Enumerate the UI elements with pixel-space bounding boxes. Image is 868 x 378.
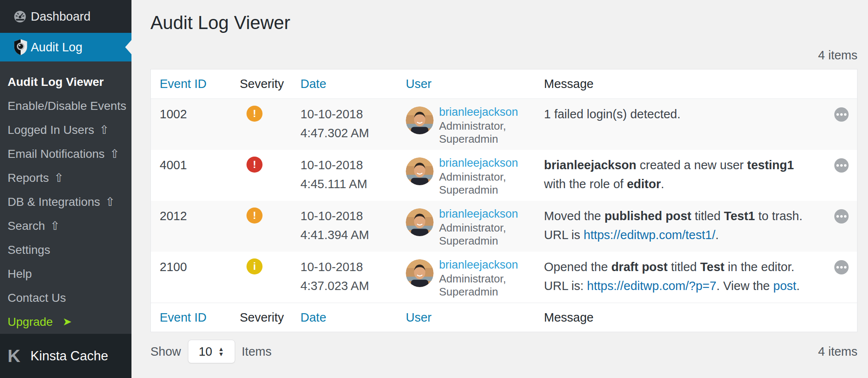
sidebar-item-search[interactable]: Search ⇧ bbox=[0, 214, 131, 238]
audit-log-submenu: Audit Log Viewer Enable/Disable Events L… bbox=[0, 61, 131, 334]
sidebar-item-audit-log-viewer[interactable]: Audit Log Viewer bbox=[0, 70, 131, 94]
user-cell: brianleejackson Administrator, Superadmi… bbox=[406, 104, 544, 146]
event-id-cell: 4001 bbox=[151, 155, 240, 172]
sidebar-item-db-integrations[interactable]: DB & Integrations ⇧ bbox=[0, 190, 131, 214]
column-header-date[interactable]: Date bbox=[300, 77, 406, 91]
severity-cell: ! bbox=[240, 104, 300, 122]
column-header-severity: Severity bbox=[240, 77, 300, 91]
table-row: 2012 ! 10-10-2018 4:41.394 AM brianleeja… bbox=[151, 201, 857, 252]
column-footer-date[interactable]: Date bbox=[300, 311, 406, 325]
user-avatar bbox=[406, 259, 434, 287]
page-size-select[interactable]: 10 ▲▼ bbox=[188, 340, 235, 363]
sidebar-item-settings[interactable]: Settings bbox=[0, 238, 131, 262]
spinner-arrows-icon[interactable]: ▲▼ bbox=[218, 346, 224, 357]
severity-info-icon: i bbox=[246, 258, 263, 274]
sidebar-item-kinsta-cache[interactable]: K Kinsta Cache bbox=[0, 334, 131, 378]
column-footer-message: Message bbox=[544, 311, 820, 325]
sidebar-item-upgrade[interactable]: Upgrade ➤ bbox=[0, 310, 131, 334]
date-cell: 10-10-2018 4:37.023 AM bbox=[300, 257, 406, 295]
pagination-bar: Show 10 ▲▼ Items 4 items bbox=[150, 340, 857, 363]
kinsta-cache-label: Kinsta Cache bbox=[30, 349, 108, 364]
premium-upgrade-icon: ⇧ bbox=[105, 195, 115, 209]
sidebar-item-label: Dashboard bbox=[31, 10, 91, 24]
row-actions-ellipsis-icon[interactable] bbox=[834, 158, 849, 173]
severity-warning-icon: ! bbox=[246, 208, 263, 224]
post-url-link[interactable]: https://editwp.com/?p=7 bbox=[587, 279, 716, 293]
row-actions-ellipsis-icon[interactable] bbox=[834, 107, 849, 122]
column-header-message: Message bbox=[544, 77, 820, 91]
user-avatar bbox=[406, 157, 434, 185]
sidebar-item-contact-us[interactable]: Contact Us bbox=[0, 286, 131, 310]
sidebar-item-reports[interactable]: Reports ⇧ bbox=[0, 166, 131, 190]
event-id-cell: 1002 bbox=[151, 104, 240, 121]
sidebar-item-enable-disable-events[interactable]: Enable/Disable Events bbox=[0, 94, 131, 118]
view-post-link[interactable]: post bbox=[773, 279, 796, 293]
post-url-link[interactable]: https://editwp.com/test1/ bbox=[584, 228, 715, 242]
main-content: Audit Log Viewer 4 items Event ID Severi… bbox=[131, 0, 868, 378]
table-row: 1002 ! 10-10-2018 4:47.302 AM brianleeja… bbox=[151, 99, 857, 150]
user-roles: Administrator, Superadmin bbox=[439, 221, 525, 248]
date-cell: 10-10-2018 4:41.394 AM bbox=[300, 206, 406, 245]
event-id-cell: 2012 bbox=[151, 206, 240, 223]
date-cell: 10-10-2018 4:45.111 AM bbox=[300, 155, 406, 194]
page-title: Audit Log Viewer bbox=[150, 12, 857, 34]
message-cell: 1 failed login(s) detected. bbox=[544, 104, 820, 124]
sidebar-item-email-notifications[interactable]: Email Notifications ⇧ bbox=[0, 142, 131, 166]
severity-critical-icon: ! bbox=[246, 157, 263, 173]
user-avatar bbox=[406, 208, 434, 236]
admin-sidebar: Dashboard Audit Log Audit Log Viewer Ena… bbox=[0, 0, 131, 378]
column-footer-user[interactable]: User bbox=[406, 311, 544, 325]
severity-cell: ! bbox=[240, 155, 300, 173]
sidebar-item-logged-in-users[interactable]: Logged In Users ⇧ bbox=[0, 118, 131, 142]
row-actions-ellipsis-icon[interactable] bbox=[834, 209, 849, 224]
page-size-value: 10 bbox=[198, 345, 212, 359]
column-footer-event-id[interactable]: Event ID bbox=[151, 311, 240, 325]
kinsta-logo-icon: K bbox=[8, 347, 20, 365]
event-id-cell: 2100 bbox=[151, 257, 240, 274]
upgrade-arrow-icon: ➤ bbox=[62, 315, 72, 328]
audit-log-table: Event ID Severity Date User Message 1002… bbox=[150, 69, 857, 332]
user-cell: brianleejackson Administrator, Superadmi… bbox=[406, 257, 544, 298]
premium-upgrade-icon: ⇧ bbox=[50, 219, 60, 233]
sidebar-item-audit-log[interactable]: Audit Log bbox=[0, 33, 131, 61]
column-header-event-id[interactable]: Event ID bbox=[151, 77, 240, 91]
table-row: 4001 ! 10-10-2018 4:45.111 AM brianleeja… bbox=[151, 150, 857, 201]
severity-warning-icon: ! bbox=[246, 106, 263, 122]
item-count-top: 4 items bbox=[150, 48, 857, 62]
message-cell: Opened the draft post titled Test in the… bbox=[544, 257, 820, 295]
table-footer-row: Event ID Severity Date User Message bbox=[151, 303, 857, 332]
table-header-row: Event ID Severity Date User Message bbox=[151, 69, 857, 99]
audit-log-shield-icon bbox=[13, 39, 29, 56]
user-roles: Administrator, Superadmin bbox=[439, 170, 525, 197]
user-roles: Administrator, Superadmin bbox=[439, 120, 525, 146]
sidebar-item-label: Audit Log bbox=[31, 40, 83, 54]
username-link[interactable]: brianleejackson bbox=[439, 156, 518, 170]
user-cell: brianleejackson Administrator, Superadmi… bbox=[406, 155, 544, 197]
username-link[interactable]: brianleejackson bbox=[439, 207, 518, 221]
table-row: 2100 i 10-10-2018 4:37.023 AM brianleeja… bbox=[151, 252, 857, 303]
message-cell: Moved the published post titled Test1 to… bbox=[544, 206, 820, 245]
date-cell: 10-10-2018 4:47.302 AM bbox=[300, 104, 406, 143]
show-label: Show bbox=[150, 345, 181, 359]
sidebar-item-help[interactable]: Help bbox=[0, 262, 131, 286]
username-link[interactable]: brianleejackson bbox=[439, 105, 518, 120]
user-roles: Administrator, Superadmin bbox=[439, 272, 525, 298]
dashboard-gauge-icon bbox=[13, 8, 29, 25]
premium-upgrade-icon: ⇧ bbox=[54, 171, 64, 185]
premium-upgrade-icon: ⇧ bbox=[110, 147, 119, 161]
column-header-user[interactable]: User bbox=[406, 77, 544, 91]
column-footer-severity: Severity bbox=[240, 311, 300, 325]
sidebar-item-dashboard[interactable]: Dashboard bbox=[0, 0, 131, 33]
message-cell: brianleejackson created a new user testi… bbox=[544, 155, 820, 194]
premium-upgrade-icon: ⇧ bbox=[99, 123, 109, 137]
row-actions-ellipsis-icon[interactable] bbox=[834, 260, 849, 274]
user-cell: brianleejackson Administrator, Superadmi… bbox=[406, 206, 544, 248]
user-avatar bbox=[406, 106, 434, 134]
username-link[interactable]: brianleejackson bbox=[439, 258, 518, 272]
item-count-bottom: 4 items bbox=[818, 345, 857, 359]
items-label: Items bbox=[242, 345, 272, 359]
severity-cell: ! bbox=[240, 206, 300, 224]
active-menu-arrow bbox=[125, 40, 131, 54]
severity-cell: i bbox=[240, 257, 300, 274]
